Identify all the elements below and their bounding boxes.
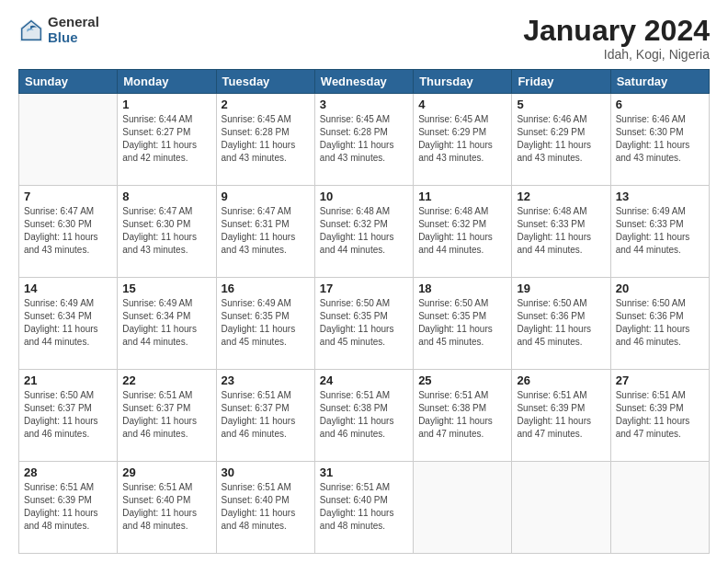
day-info: Sunrise: 6:51 AMSunset: 6:40 PMDaylight:… [222,481,310,533]
logo-icon [18,17,44,43]
calendar-cell: 10 Sunrise: 6:48 AMSunset: 6:32 PMDaylig… [314,186,413,278]
col-thursday: Thursday [414,70,512,94]
calendar-week-2: 7 Sunrise: 6:47 AMSunset: 6:30 PMDayligh… [19,186,710,278]
day-info: Sunrise: 6:51 AMSunset: 6:39 PMDaylight:… [616,389,704,441]
day-number: 9 [222,190,310,203]
calendar-cell: 28 Sunrise: 6:51 AMSunset: 6:39 PMDaylig… [19,462,118,554]
calendar-cell: 5 Sunrise: 6:46 AMSunset: 6:29 PMDayligh… [512,94,610,186]
day-number: 13 [616,190,704,203]
header: General Blue January 2024 Idah, Kogi, Ni… [18,15,710,62]
day-info: Sunrise: 6:47 AMSunset: 6:31 PMDaylight:… [222,205,310,257]
day-number: 14 [24,282,112,295]
day-number: 3 [320,98,408,111]
day-number: 22 [122,373,210,387]
calendar-cell: 3 Sunrise: 6:45 AMSunset: 6:28 PMDayligh… [314,94,413,186]
day-number: 19 [517,282,605,295]
day-number: 20 [616,282,704,295]
day-info: Sunrise: 6:45 AMSunset: 6:28 PMDaylight:… [320,113,408,165]
calendar-cell [414,462,512,554]
day-info: Sunrise: 6:48 AMSunset: 6:33 PMDaylight:… [517,205,605,257]
day-info: Sunrise: 6:51 AMSunset: 6:39 PMDaylight:… [24,481,112,533]
calendar-cell [19,94,118,186]
day-info: Sunrise: 6:51 AMSunset: 6:38 PMDaylight:… [418,389,506,441]
calendar-cell: 30 Sunrise: 6:51 AMSunset: 6:40 PMDaylig… [216,462,314,554]
day-number: 2 [222,98,310,111]
title-area: January 2024 Idah, Kogi, Nigeria [523,15,710,62]
day-info: Sunrise: 6:44 AMSunset: 6:27 PMDaylight:… [122,113,210,165]
calendar-week-5: 28 Sunrise: 6:51 AMSunset: 6:39 PMDaylig… [19,462,710,554]
calendar-week-4: 21 Sunrise: 6:50 AMSunset: 6:37 PMDaylig… [19,370,710,462]
calendar-cell: 16 Sunrise: 6:49 AMSunset: 6:35 PMDaylig… [216,278,314,370]
calendar-cell: 23 Sunrise: 6:51 AMSunset: 6:37 PMDaylig… [216,370,314,462]
day-info: Sunrise: 6:50 AMSunset: 6:37 PMDaylight:… [24,389,112,441]
day-number: 10 [320,190,408,203]
header-row: Sunday Monday Tuesday Wednesday Thursday… [19,70,710,94]
day-number: 4 [418,98,506,111]
calendar-cell: 13 Sunrise: 6:49 AMSunset: 6:33 PMDaylig… [610,186,709,278]
month-title: January 2024 [523,15,710,47]
calendar-cell: 20 Sunrise: 6:50 AMSunset: 6:36 PMDaylig… [610,278,709,370]
calendar-cell: 7 Sunrise: 6:47 AMSunset: 6:30 PMDayligh… [19,186,118,278]
logo-text: General Blue [48,15,99,45]
col-friday: Friday [512,70,610,94]
day-info: Sunrise: 6:50 AMSunset: 6:35 PMDaylight:… [418,297,506,349]
day-number: 24 [320,373,408,387]
calendar-cell: 22 Sunrise: 6:51 AMSunset: 6:37 PMDaylig… [118,370,216,462]
calendar-cell: 11 Sunrise: 6:48 AMSunset: 6:32 PMDaylig… [414,186,512,278]
day-number: 8 [122,190,210,203]
calendar-cell: 15 Sunrise: 6:49 AMSunset: 6:34 PMDaylig… [118,278,216,370]
svg-marker-0 [20,18,42,40]
day-number: 16 [222,282,310,295]
day-number: 26 [517,373,605,387]
day-info: Sunrise: 6:46 AMSunset: 6:30 PMDaylight:… [616,113,704,165]
calendar-cell: 26 Sunrise: 6:51 AMSunset: 6:39 PMDaylig… [512,370,610,462]
day-number: 23 [222,373,310,387]
day-number: 31 [320,465,408,479]
day-info: Sunrise: 6:50 AMSunset: 6:36 PMDaylight:… [616,297,704,349]
day-number: 11 [418,190,506,203]
calendar-cell: 21 Sunrise: 6:50 AMSunset: 6:37 PMDaylig… [19,370,118,462]
calendar-cell: 4 Sunrise: 6:45 AMSunset: 6:29 PMDayligh… [414,94,512,186]
calendar-cell: 14 Sunrise: 6:49 AMSunset: 6:34 PMDaylig… [19,278,118,370]
day-info: Sunrise: 6:47 AMSunset: 6:30 PMDaylight:… [122,205,210,257]
calendar-week-1: 1 Sunrise: 6:44 AMSunset: 6:27 PMDayligh… [19,94,710,186]
day-number: 5 [517,98,605,111]
day-info: Sunrise: 6:48 AMSunset: 6:32 PMDaylight:… [320,205,408,257]
calendar-cell: 25 Sunrise: 6:51 AMSunset: 6:38 PMDaylig… [414,370,512,462]
col-monday: Monday [118,70,216,94]
day-number: 29 [122,465,210,479]
location-subtitle: Idah, Kogi, Nigeria [523,47,710,62]
day-info: Sunrise: 6:49 AMSunset: 6:33 PMDaylight:… [616,205,704,257]
day-number: 18 [418,282,506,295]
calendar-week-3: 14 Sunrise: 6:49 AMSunset: 6:34 PMDaylig… [19,278,710,370]
day-info: Sunrise: 6:51 AMSunset: 6:37 PMDaylight:… [222,389,310,441]
day-info: Sunrise: 6:49 AMSunset: 6:34 PMDaylight:… [122,297,210,349]
day-number: 17 [320,282,408,295]
day-info: Sunrise: 6:47 AMSunset: 6:30 PMDaylight:… [24,205,112,257]
col-tuesday: Tuesday [216,70,314,94]
day-info: Sunrise: 6:45 AMSunset: 6:29 PMDaylight:… [418,113,506,165]
day-number: 28 [24,465,112,479]
calendar-cell: 2 Sunrise: 6:45 AMSunset: 6:28 PMDayligh… [216,94,314,186]
calendar-cell: 19 Sunrise: 6:50 AMSunset: 6:36 PMDaylig… [512,278,610,370]
day-info: Sunrise: 6:45 AMSunset: 6:28 PMDaylight:… [222,113,310,165]
col-wednesday: Wednesday [314,70,413,94]
day-info: Sunrise: 6:51 AMSunset: 6:37 PMDaylight:… [122,389,210,441]
day-number: 12 [517,190,605,203]
calendar-cell: 24 Sunrise: 6:51 AMSunset: 6:38 PMDaylig… [314,370,413,462]
day-number: 1 [122,98,210,111]
day-info: Sunrise: 6:48 AMSunset: 6:32 PMDaylight:… [418,205,506,257]
calendar-cell: 29 Sunrise: 6:51 AMSunset: 6:40 PMDaylig… [118,462,216,554]
day-number: 6 [616,98,704,111]
logo-blue-text: Blue [48,30,99,46]
day-number: 25 [418,373,506,387]
calendar-cell: 18 Sunrise: 6:50 AMSunset: 6:35 PMDaylig… [414,278,512,370]
calendar-table: Sunday Monday Tuesday Wednesday Thursday… [18,69,710,554]
calendar-cell: 12 Sunrise: 6:48 AMSunset: 6:33 PMDaylig… [512,186,610,278]
calendar-cell: 9 Sunrise: 6:47 AMSunset: 6:31 PMDayligh… [216,186,314,278]
day-info: Sunrise: 6:51 AMSunset: 6:40 PMDaylight:… [122,481,210,533]
calendar-cell: 8 Sunrise: 6:47 AMSunset: 6:30 PMDayligh… [118,186,216,278]
day-number: 27 [616,373,704,387]
day-info: Sunrise: 6:50 AMSunset: 6:36 PMDaylight:… [517,297,605,349]
day-number: 21 [24,373,112,387]
